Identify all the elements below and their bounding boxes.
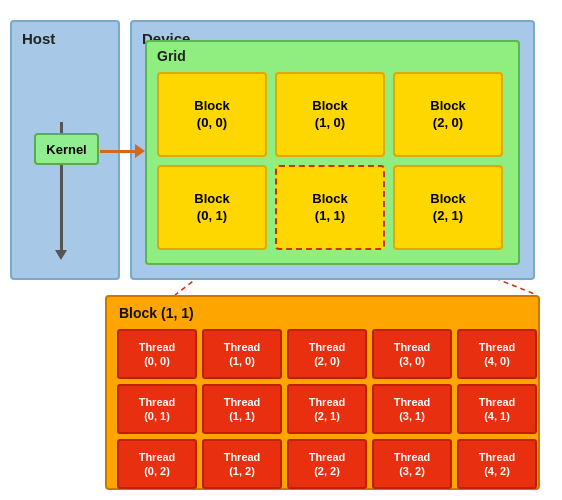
thread-cell-1-2: Thread(1, 2) <box>202 439 282 489</box>
kernel-arrow <box>100 144 145 158</box>
thread-cell-1-1: Thread(1, 1) <box>202 384 282 434</box>
threads-grid: Thread(0, 0)Thread(1, 0)Thread(2, 0)Thre… <box>117 329 537 489</box>
thread-cell-0-0: Thread(0, 0) <box>117 329 197 379</box>
block-cell-2-1: Block(2, 1) <box>393 165 503 250</box>
block-expanded-box: Block (1, 1) Thread(0, 0)Thread(1, 0)Thr… <box>105 295 540 490</box>
thread-cell-0-1: Thread(0, 1) <box>117 384 197 434</box>
thread-cell-0-2: Thread(0, 2) <box>117 439 197 489</box>
thread-cell-4-0: Thread(4, 0) <box>457 329 537 379</box>
grid-label: Grid <box>157 48 186 64</box>
block-cell-2-0: Block(2, 0) <box>393 72 503 157</box>
thread-cell-3-0: Thread(3, 0) <box>372 329 452 379</box>
thread-cell-2-1: Thread(2, 1) <box>287 384 367 434</box>
thread-cell-2-2: Thread(2, 2) <box>287 439 367 489</box>
block-expanded-title: Block (1, 1) <box>119 305 194 321</box>
thread-cell-2-0: Thread(2, 0) <box>287 329 367 379</box>
thread-cell-4-1: Thread(4, 1) <box>457 384 537 434</box>
grid-box: Grid Block(0, 0)Block(1, 0)Block(2, 0)Bl… <box>145 40 520 265</box>
diagram-container: Host Kernel Device Grid Block(0, 0)Block… <box>0 0 562 500</box>
block-cell-0-1: Block(0, 1) <box>157 165 267 250</box>
thread-cell-1-0: Thread(1, 0) <box>202 329 282 379</box>
host-label: Host <box>22 30 55 47</box>
block-cell-1-1: Block(1, 1) <box>275 165 385 250</box>
thread-cell-4-2: Thread(4, 2) <box>457 439 537 489</box>
blocks-grid: Block(0, 0)Block(1, 0)Block(2, 0)Block(0… <box>157 72 503 250</box>
thread-cell-3-1: Thread(3, 1) <box>372 384 452 434</box>
thread-cell-3-2: Thread(3, 2) <box>372 439 452 489</box>
kernel-button[interactable]: Kernel <box>34 133 99 165</box>
block-cell-0-0: Block(0, 0) <box>157 72 267 157</box>
block-cell-1-0: Block(1, 0) <box>275 72 385 157</box>
